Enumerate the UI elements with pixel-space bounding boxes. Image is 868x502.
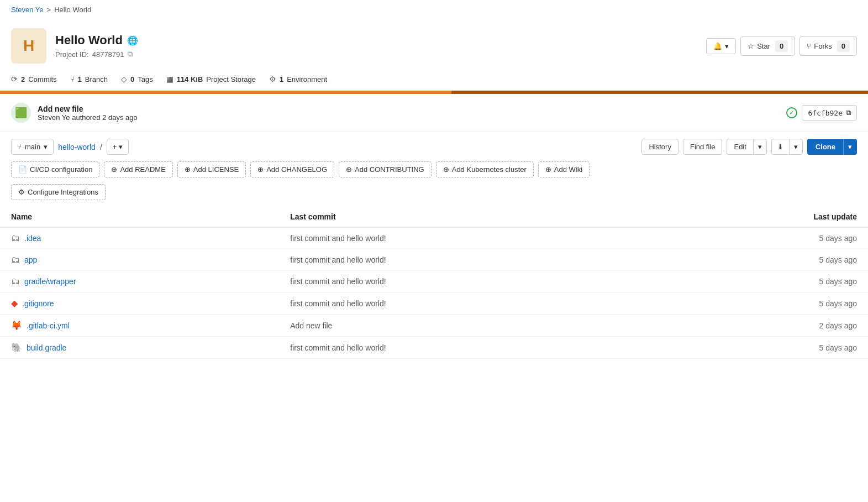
table-row: 🗂 app first commit and hello world! 5 da… [0, 249, 868, 271]
file-name: app [24, 255, 37, 264]
download-dropdown-button[interactable]: ▾ [789, 139, 803, 155]
star-button[interactable]: ☆ Star 0 [740, 36, 795, 56]
pipeline-status-icon: ✓ [786, 107, 797, 118]
file-name-cell[interactable]: 🗂 gradle/wrapper [11, 276, 268, 286]
plus-icon: ⊕ [257, 165, 264, 174]
branch-select[interactable]: ⑂ main ▾ [11, 139, 54, 155]
file-name-cell[interactable]: 🗂 app [11, 255, 268, 265]
add-changelog-button[interactable]: ⊕ Add CHANGELOG [250, 161, 334, 177]
forks-label: Forks [814, 42, 832, 50]
add-license-button[interactable]: ⊕ Add LICENSE [177, 161, 246, 177]
edit-dropdown-button[interactable]: ▾ [753, 139, 767, 155]
branch-icon: ⑂ [70, 75, 75, 83]
download-button-group: ⬇ ▾ [771, 139, 803, 155]
commit-meta: Steven Ye authored 2 days ago [38, 113, 138, 122]
add-changelog-label: Add CHANGELOG [266, 165, 327, 174]
commit-info-left: 🟩 Add new file Steven Ye authored 2 days… [11, 103, 138, 123]
col-name: Name [0, 207, 279, 227]
table-row: 🗂 gradle/wrapper first commit and hello … [0, 271, 868, 292]
gradle-icon: 🐘 [11, 342, 22, 353]
project-title: Hello World 🌐 [55, 33, 138, 48]
commit-title: Add new file [38, 104, 138, 113]
breadcrumb-user-link[interactable]: Steven Ye [11, 6, 44, 14]
commit-action: authored [72, 113, 100, 122]
toolbar-left: ⑂ main ▾ hello-world / + ▾ [11, 139, 129, 155]
project-id-value: 48778791 [92, 50, 124, 59]
add-contributing-button[interactable]: ⊕ Add CONTRIBUTING [339, 161, 432, 177]
gitignore-icon: ◆ [11, 298, 18, 308]
notifications-button[interactable]: 🔔 ▾ [706, 38, 736, 54]
environment-stat[interactable]: ⚙ 1 Environment [269, 75, 327, 83]
star-count: 0 [775, 40, 788, 52]
clone-dropdown-button[interactable]: ▾ [843, 139, 857, 155]
clone-button[interactable]: Clone [807, 139, 843, 155]
environment-count: 1 [280, 75, 283, 83]
progress-bar-used [0, 91, 451, 94]
edit-button[interactable]: Edit [727, 139, 753, 155]
gear-icon: ⚙ [18, 188, 25, 196]
file-icon: 📄 [18, 165, 27, 174]
commits-label: Commits [28, 75, 56, 83]
star-label: Star [757, 42, 770, 50]
commit-details: Add new file Steven Ye authored 2 days a… [38, 104, 138, 122]
file-table-body: 🗂 .idea first commit and hello world! 5 … [0, 227, 868, 359]
storage-label: Project Storage [206, 75, 256, 83]
find-file-button[interactable]: Find file [683, 139, 723, 155]
file-name: .gitlab-ci.yml [27, 321, 70, 330]
project-info: Hello World 🌐 Project ID: 48778791 ⧉ [55, 33, 138, 59]
file-last-update: 5 days ago [657, 292, 868, 315]
add-file-button[interactable]: + ▾ [107, 139, 129, 155]
copy-project-id-button[interactable]: ⧉ [128, 50, 133, 59]
file-name-cell[interactable]: 🐘 build.gradle [11, 342, 268, 353]
plus-icon: ⊕ [545, 165, 551, 174]
add-readme-button[interactable]: ⊕ Add README [104, 161, 172, 177]
col-update: Last update [657, 207, 868, 227]
folder-icon: 🗂 [11, 233, 20, 243]
file-browser-toolbar: ⑂ main ▾ hello-world / + ▾ History Find … [0, 132, 868, 161]
copy-hash-icon[interactable]: ⧉ [846, 108, 851, 117]
file-last-commit: first commit and hello world! [279, 227, 657, 249]
file-name-cell[interactable]: ◆ .gitignore [11, 298, 268, 308]
storage-icon: ▦ [166, 75, 173, 83]
plus-icon: ⊕ [346, 165, 352, 174]
tags-stat[interactable]: ◇ 0 Tags [121, 75, 153, 83]
commits-stat[interactable]: ⟳ 2 Commits [11, 75, 57, 83]
progress-bar-remaining [451, 91, 868, 94]
plus-icon: ⊕ [111, 165, 117, 174]
forks-button[interactable]: ⑂ Forks 0 [799, 36, 857, 56]
storage-stat[interactable]: ▦ 114 KiB Project Storage [166, 75, 256, 83]
edit-button-group: Edit ▾ [727, 139, 766, 155]
table-row: 🐘 build.gradle first commit and hello wo… [0, 337, 868, 359]
chevron-down-icon: ▾ [44, 143, 48, 151]
chevron-down-icon: ▾ [725, 42, 729, 50]
plus-icon: ⊕ [185, 165, 191, 174]
file-name: gradle/wrapper [24, 277, 76, 286]
branch-label: Branch [85, 75, 108, 83]
stats-bar: ⟳ 2 Commits ⑂ 1 Branch ◇ 0 Tags ▦ 114 Ki… [0, 70, 868, 91]
history-button[interactable]: History [641, 139, 678, 155]
quick-action-buttons: 📄 CI/CD configuration ⊕ Add README ⊕ Add… [0, 161, 868, 184]
folder-icon: 🗂 [11, 276, 20, 286]
file-name-cell[interactable]: 🗂 .idea [11, 233, 268, 243]
plus-icon: ⊕ [443, 165, 449, 174]
col-commit: Last commit [279, 207, 657, 227]
file-last-commit: first commit and hello world! [279, 271, 657, 292]
tags-count: 0 [130, 75, 134, 83]
add-wiki-button[interactable]: ⊕ Add Wiki [538, 161, 590, 177]
commits-icon: ⟳ [11, 75, 18, 83]
path-segment[interactable]: hello-world [58, 143, 96, 151]
branch-name: main [25, 143, 40, 151]
add-kubernetes-button[interactable]: ⊕ Add Kubernetes cluster [436, 161, 534, 177]
configure-integrations-button[interactable]: ⚙ Configure Integrations [11, 184, 106, 200]
file-name-cell[interactable]: 🦊 .gitlab-ci.yml [11, 320, 268, 331]
branch-stat[interactable]: ⑂ 1 Branch [70, 75, 108, 83]
download-button[interactable]: ⬇ [771, 139, 789, 155]
environment-icon: ⚙ [269, 75, 276, 83]
plus-icon: + [113, 143, 117, 151]
cicd-config-button[interactable]: 📄 CI/CD configuration [11, 161, 99, 177]
environment-label: Environment [287, 75, 327, 83]
cicd-label: CI/CD configuration [30, 165, 92, 174]
commit-author: Steven Ye [38, 113, 70, 122]
bell-icon: 🔔 [713, 42, 722, 50]
commit-info-right: ✓ 6fcfb92e ⧉ [786, 105, 857, 121]
